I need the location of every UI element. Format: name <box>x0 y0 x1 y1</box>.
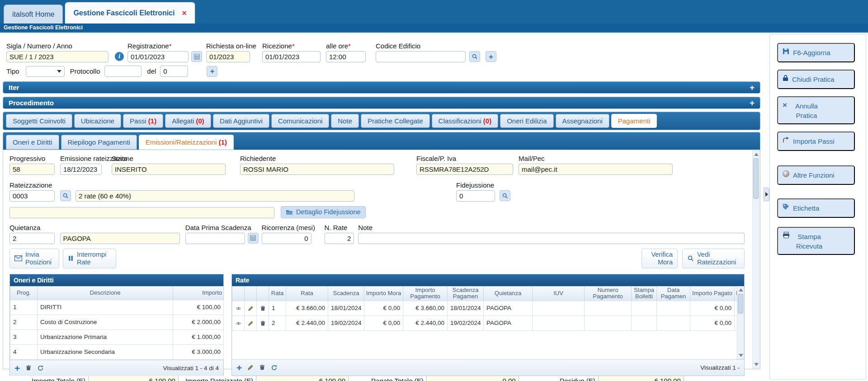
column-header[interactable]: IUV <box>533 286 585 301</box>
table-row[interactable]: 3 Urbanizzazione Primaria € 1.000,00 <box>10 329 224 344</box>
tab-allegati[interactable]: Allegati (0) <box>165 114 211 128</box>
dettaglio-fidejussione-button[interactable]: Dettaglio Fidejussione <box>281 206 366 218</box>
trash-icon[interactable] <box>259 364 265 371</box>
subtab-oneri-e-diritti[interactable]: Oneri e Diritti <box>6 135 59 150</box>
column-header[interactable]: Rata <box>286 286 328 301</box>
add-edificio-button[interactable]: + <box>486 51 496 62</box>
mail-pec-field[interactable]: mail@pec.it <box>519 164 673 175</box>
search-icon[interactable] <box>60 190 71 201</box>
tipo-select[interactable] <box>26 66 65 77</box>
column-header[interactable]: Prog. <box>10 286 38 300</box>
expand-icon[interactable]: + <box>750 99 755 107</box>
tab-pagamenti[interactable]: Pagamenti <box>611 114 657 128</box>
add-protocollo-button[interactable]: + <box>207 66 217 77</box>
importa-passi-button[interactable]: Importa Passi <box>777 132 855 151</box>
calendar-icon[interactable] <box>248 233 259 244</box>
sigla-field[interactable]: SUE / 1 / 2023 <box>6 51 108 62</box>
chiudi-pratica-button[interactable]: Chiudi Pratica <box>777 70 855 89</box>
tab-classificazioni[interactable]: Classificazioni (0) <box>432 114 499 128</box>
alle-ore-field[interactable]: 12:00 <box>326 51 366 62</box>
column-header[interactable]: Scadenza <box>328 286 364 301</box>
subtab-emissioni-rateizzazioni[interactable]: Emissioni/Rateizzazioni (1) <box>139 135 234 150</box>
tab-passi[interactable]: Passi (1) <box>123 114 163 128</box>
calendar-icon[interactable] <box>191 51 202 62</box>
vedi-rateizzazioni-button[interactable]: Vedi Rateizzazioni <box>682 249 745 268</box>
tab-comunicazioni[interactable]: Comunicazioni <box>271 114 329 128</box>
edit-row-button[interactable] <box>245 315 257 330</box>
tab-ubicazione[interactable]: Ubicazione <box>74 114 121 128</box>
window-tab-italsoft-home[interactable]: italsoft Home <box>4 5 63 24</box>
stampa-ricevuta-button[interactable]: Stampa Ricevuta <box>777 227 855 255</box>
registrazione-field[interactable]: 01/01/2023 <box>127 51 189 62</box>
table-row[interactable]: 1 DIRITTI € 100,00 <box>10 300 224 315</box>
column-header[interactable]: Importo <box>173 286 224 300</box>
info-icon[interactable]: i <box>115 52 124 61</box>
table-row[interactable]: 1 € 3.660,00 18/01/2024 € 0,00 € 3.660,0… <box>232 301 741 315</box>
close-icon[interactable]: × <box>182 9 187 17</box>
annulla-pratica-button[interactable]: × Annulla Pratica <box>777 96 855 124</box>
tab-soggetti-coinvolti[interactable]: Soggetti Coinvolti <box>6 114 72 128</box>
fidejussione-field[interactable]: 0 <box>456 190 495 202</box>
invia-posizioni-button[interactable]: Invia Posizioni <box>9 249 59 268</box>
tab-oneri-edilizia[interactable]: Oneri Edilizia <box>500 114 553 128</box>
window-tab-gestione-fascicoli[interactable]: Gestione Fascicoli Elettronici × <box>65 2 195 24</box>
del-field[interactable]: 0 <box>160 66 188 77</box>
rateizzazione-code-field[interactable]: 0003 <box>9 190 55 202</box>
scroll-down-icon[interactable] <box>754 363 759 366</box>
ricorrenza-field[interactable]: 0 <box>262 233 311 244</box>
delete-row-button[interactable] <box>257 301 269 315</box>
subtab-riepilogo-pagamenti[interactable]: Riepilogo Pagamenti <box>61 135 137 150</box>
column-header[interactable]: Importo Pagato <box>690 286 735 301</box>
column-header[interactable]: Stampa Bolletti <box>632 286 657 301</box>
interrompi-rate-button[interactable]: Interrompi Rate <box>63 249 116 268</box>
table-row[interactable]: 2 € 2.440,00 19/02/2024 € 0,00 € 2.440,0… <box>232 315 741 330</box>
rateizzazione-descrizione-field[interactable]: 2 rate (60 e 40%) <box>75 190 354 202</box>
expand-icon[interactable]: + <box>750 83 755 92</box>
richiesta-online-field[interactable]: 01/2023 <box>206 51 250 62</box>
stato-field[interactable]: INSERITO <box>112 164 226 175</box>
ricezione-field[interactable]: 01/01/2023 <box>262 51 321 62</box>
view-row-button[interactable] <box>232 301 245 315</box>
scroll-up-icon[interactable] <box>739 288 743 292</box>
etichetta-button[interactable]: Etichetta <box>777 198 855 218</box>
procedimento-section-bar[interactable]: Procedimento + <box>3 97 760 109</box>
add-row-icon[interactable]: + <box>236 363 242 372</box>
column-header[interactable]: Descrizione <box>38 286 173 300</box>
search-icon[interactable] <box>500 190 510 201</box>
emissione-rateizzazione-field[interactable]: 18/12/2023 <box>60 164 102 175</box>
trash-icon[interactable] <box>25 365 32 371</box>
pencil-icon[interactable] <box>247 364 254 371</box>
delete-row-button[interactable] <box>257 315 269 330</box>
fiscale-piva-field[interactable]: RSSMRA78E12A252D <box>416 164 513 175</box>
column-header[interactable]: Importo Mora <box>364 286 403 301</box>
scrollbar-thumb[interactable] <box>738 294 743 314</box>
scroll-up-icon[interactable] <box>754 153 759 156</box>
column-header[interactable]: Numero Pagamento <box>585 286 632 301</box>
refresh-icon[interactable] <box>271 364 278 371</box>
tab-pratiche-collegate[interactable]: Pratiche Collegate <box>361 114 430 128</box>
column-header[interactable]: Scadenza Pagamen <box>448 286 484 301</box>
codice-edificio-field[interactable] <box>376 51 466 62</box>
search-icon[interactable] <box>469 51 480 62</box>
edit-row-button[interactable] <box>245 301 257 315</box>
tab-assegnazioni[interactable]: Assegnazioni <box>556 114 609 128</box>
refresh-icon[interactable] <box>37 365 44 372</box>
table-row[interactable]: 2 Costo di Costruzione € 2.000,00 <box>10 315 224 329</box>
n-rate-field[interactable]: 2 <box>325 233 354 244</box>
panel-scrollbar[interactable] <box>752 151 760 368</box>
tab-dati-aggiuntivi[interactable]: Dati Aggiuntivi <box>213 114 269 128</box>
scroll-down-icon[interactable] <box>739 354 743 357</box>
quietanza-field[interactable]: 2 <box>9 233 55 244</box>
add-row-icon[interactable]: + <box>14 363 20 373</box>
iter-section-bar[interactable]: Iter + <box>3 81 760 94</box>
richiedente-field[interactable]: ROSSI MARIO <box>240 164 394 175</box>
quietanza-tipo-field[interactable]: PAGOPA <box>60 233 180 244</box>
column-header[interactable]: Quietanza <box>484 286 533 301</box>
verifica-mora-button[interactable]: Verifica Mora <box>642 249 678 268</box>
data-prima-scadenza-field[interactable] <box>185 233 245 244</box>
tab-note[interactable]: Note <box>331 114 359 128</box>
column-header[interactable]: Importo Pagamento <box>403 286 448 301</box>
fidejussione-extra-field[interactable] <box>9 207 274 218</box>
column-header[interactable]: Rata <box>269 286 286 301</box>
scrollbar-thumb[interactable] <box>753 158 759 199</box>
